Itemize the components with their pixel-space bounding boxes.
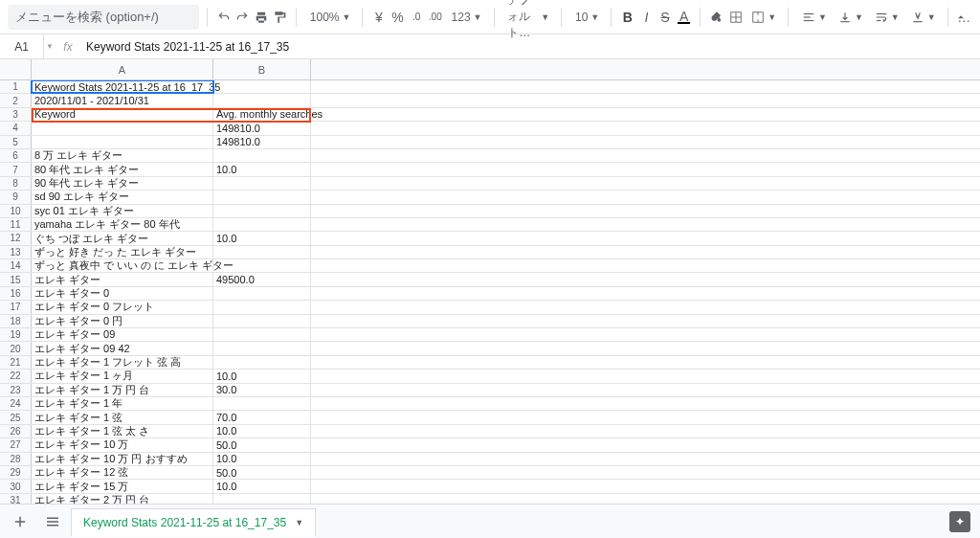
row-header[interactable]: 28 [0, 453, 32, 465]
redo-button[interactable] [234, 6, 251, 29]
cell[interactable]: sd 90 エレキ ギター [32, 191, 213, 203]
cell[interactable] [311, 163, 980, 175]
all-sheets-button[interactable] [38, 507, 67, 536]
cell[interactable]: 80 年代 エレキ ギター [32, 163, 213, 175]
cell[interactable] [311, 136, 980, 148]
cell[interactable] [311, 438, 980, 451]
row-header[interactable]: 27 [0, 438, 32, 451]
cell[interactable]: 10.0 [213, 163, 311, 175]
decrease-decimal-button[interactable]: .0 [408, 6, 425, 29]
cell[interactable] [311, 94, 980, 106]
cell[interactable]: 70.0 [213, 411, 311, 423]
cell[interactable] [311, 384, 980, 396]
row-header[interactable]: 25 [0, 411, 32, 423]
cell[interactable] [311, 273, 980, 285]
cell[interactable]: エレキ ギター 09 [32, 328, 213, 341]
cell[interactable] [213, 342, 311, 354]
row-header[interactable]: 24 [0, 397, 32, 410]
cell[interactable]: エレキ ギター 1 フレット 弦 高 [32, 356, 213, 369]
zoom-dropdown[interactable]: 100%▼ [304, 6, 355, 29]
cell[interactable] [213, 218, 311, 231]
cell[interactable]: 10.0 [213, 370, 311, 382]
cell[interactable] [311, 191, 980, 203]
cell[interactable]: Keyword Stats 2021-11-25 at 16_17_35 [32, 80, 213, 93]
cell[interactable]: 90 年代 エレキ ギター [32, 177, 213, 190]
merge-cells-dropdown[interactable]: ▼ [746, 6, 780, 29]
cell[interactable] [213, 356, 311, 369]
name-box-dropdown[interactable]: ▼ [44, 42, 56, 51]
cell[interactable]: 50.0 [213, 438, 311, 451]
strikethrough-button[interactable]: S [657, 6, 674, 29]
cell[interactable] [311, 122, 980, 134]
cell[interactable] [311, 205, 980, 217]
cell[interactable] [311, 246, 980, 258]
row-header[interactable]: 14 [0, 259, 32, 272]
text-color-button[interactable]: A [676, 6, 693, 29]
explore-button[interactable]: ✦ [949, 511, 970, 532]
cell[interactable] [311, 315, 980, 327]
cell[interactable]: 149810.0 [213, 136, 311, 148]
cell[interactable] [311, 259, 980, 272]
cell[interactable] [213, 205, 311, 217]
cell[interactable]: エレキ ギター 0 [32, 287, 213, 300]
cell[interactable] [311, 453, 980, 465]
cell[interactable]: Keyword [32, 108, 213, 121]
cell[interactable] [213, 287, 311, 300]
cell[interactable] [311, 356, 980, 369]
cell[interactable]: エレキ ギター 10 万 [32, 438, 213, 451]
row-header[interactable]: 13 [0, 246, 32, 258]
cell[interactable] [213, 301, 311, 313]
cell[interactable]: yamaha エレキ ギター 80 年代 [32, 218, 213, 231]
cell[interactable]: ずっと 好き だっ た エレキ ギター [32, 246, 213, 258]
row-header[interactable]: 29 [0, 466, 32, 479]
spreadsheet-grid[interactable]: ▼ A B 1Keyword Stats 2021-11-25 at 16_17… [0, 59, 980, 516]
cell[interactable]: エレキ ギター 12 弦 [32, 466, 213, 479]
text-rotation-dropdown[interactable]: ▼ [905, 6, 940, 29]
cell[interactable] [213, 259, 311, 272]
cell[interactable] [311, 480, 980, 492]
cell[interactable] [311, 342, 980, 354]
cell[interactable]: 10.0 [213, 453, 311, 465]
font-size-dropdown[interactable]: 10▼ [569, 6, 603, 29]
text-wrap-dropdown[interactable]: ▼ [869, 6, 903, 29]
cell[interactable]: 49500.0 [213, 273, 311, 285]
cell[interactable]: エレキ ギター [32, 273, 213, 285]
cell[interactable] [213, 328, 311, 341]
column-header-rest[interactable] [311, 59, 980, 79]
select-all-corner[interactable] [0, 59, 32, 79]
paint-format-button[interactable] [272, 6, 289, 29]
cell[interactable]: エレキ ギター 1 万 円 台 [32, 384, 213, 396]
name-box[interactable]: A1 [0, 34, 44, 58]
cell[interactable] [311, 411, 980, 423]
cell[interactable]: エレキ ギター 15 万 [32, 480, 213, 492]
sheet-tab-active[interactable]: Keyword Stats 2021-11-25 at 16_17_35 ▼ [71, 508, 316, 537]
row-header[interactable]: 1 [0, 80, 32, 93]
cell[interactable] [311, 328, 980, 341]
cell[interactable]: エレキ ギター 09 42 [32, 342, 213, 354]
vertical-align-dropdown[interactable]: ▼ [833, 6, 867, 29]
add-sheet-button[interactable] [6, 507, 34, 536]
cell[interactable]: 50.0 [213, 466, 311, 479]
print-button[interactable] [253, 6, 270, 29]
cell[interactable] [213, 94, 311, 106]
row-header[interactable]: 2 [0, 94, 32, 106]
row-header[interactable]: 15 [0, 273, 32, 285]
cell[interactable] [311, 287, 980, 300]
row-header[interactable]: 4 [0, 122, 32, 134]
cell[interactable]: 30.0 [213, 384, 311, 396]
cell[interactable]: 149810.0 [213, 122, 311, 134]
cell[interactable] [311, 425, 980, 437]
row-header[interactable]: 9 [0, 191, 32, 203]
row-header[interactable]: 6 [0, 149, 32, 162]
column-header-b[interactable]: B [213, 59, 311, 79]
cell[interactable] [213, 246, 311, 258]
row-header[interactable]: 30 [0, 480, 32, 492]
cell[interactable]: 10.0 [213, 425, 311, 437]
cell[interactable] [311, 80, 980, 93]
italic-button[interactable]: I [638, 6, 656, 29]
cell[interactable] [213, 177, 311, 190]
format-currency-button[interactable]: ¥ [370, 6, 388, 29]
row-header[interactable]: 10 [0, 205, 32, 217]
format-percent-button[interactable]: % [390, 6, 407, 29]
cell[interactable]: 8 万 エレキ ギター [32, 149, 213, 162]
